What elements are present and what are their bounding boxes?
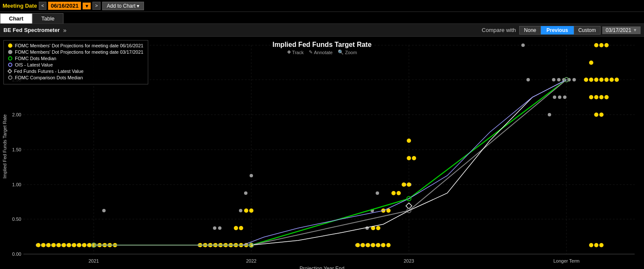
svg-point-109: [366, 243, 370, 247]
svg-text:1.00: 1.00: [12, 182, 21, 187]
svg-point-108: [361, 243, 365, 247]
spectrometer-label: BE Fed Spectrometer: [3, 27, 60, 33]
tab-chart[interactable]: Chart: [0, 13, 32, 23]
svg-point-72: [548, 113, 551, 116]
svg-text:1.50: 1.50: [12, 147, 21, 152]
legend-circle-comp-median: [8, 75, 12, 80]
svg-point-124: [407, 139, 411, 143]
svg-point-82: [67, 243, 71, 247]
svg-point-121: [407, 182, 411, 187]
track-tool[interactable]: ✚ Track: [287, 49, 304, 55]
svg-point-122: [407, 156, 411, 160]
date-dropdown-button[interactable]: ▼: [83, 3, 91, 9]
chart-title-area: Implied Fed Funds Target Rate ✚ Track ✎ …: [273, 41, 372, 55]
legend-diamond-futures: [7, 69, 12, 73]
svg-point-142: [589, 243, 593, 247]
zoom-tool[interactable]: 🔍 Zoom: [338, 49, 357, 55]
legend-label-fomc-prev: FOMC Members' Dot Projections for meetin…: [15, 49, 144, 55]
svg-point-134: [610, 78, 614, 82]
svg-point-59: [365, 226, 369, 230]
svg-point-140: [594, 113, 598, 117]
svg-point-71: [572, 78, 576, 81]
svg-point-78: [46, 243, 51, 247]
svg-point-125: [594, 43, 598, 47]
svg-point-120: [402, 182, 406, 187]
legend-item-futures: Fed Funds Futures - Latest Value: [8, 69, 144, 74]
svg-point-61: [376, 191, 379, 195]
svg-point-127: [604, 43, 609, 47]
svg-point-105: [244, 208, 248, 213]
svg-point-133: [604, 78, 609, 82]
svg-point-128: [589, 61, 593, 65]
tab-table[interactable]: Table: [32, 13, 63, 23]
svg-point-126: [599, 43, 604, 47]
svg-point-137: [599, 95, 604, 99]
svg-point-68: [557, 78, 561, 81]
svg-text:2021: 2021: [89, 258, 99, 263]
svg-point-50: [239, 209, 242, 212]
svg-point-129: [584, 78, 588, 82]
svg-text:0.00: 0.00: [12, 252, 21, 257]
svg-text:Longer Term: Longer Term: [553, 258, 580, 263]
legend-item-fomc-prev: FOMC Members' Dot Projections for meetin…: [8, 49, 144, 55]
svg-point-79: [52, 243, 56, 247]
chart-legend: FOMC Members' Dot Projections for meetin…: [3, 40, 148, 84]
svg-text:2.00: 2.00: [12, 112, 21, 117]
compare-date-dropdown-icon[interactable]: ▼: [633, 28, 637, 32]
compare-date-display: 03/17/2021 ▼: [602, 26, 641, 34]
legend-circle-ois: [8, 63, 12, 67]
chart-title: Implied Fed Funds Target Rate: [273, 41, 372, 49]
annotate-tool[interactable]: ✎ Annotate: [309, 49, 333, 55]
expand-icon[interactable]: »: [63, 27, 66, 34]
legend-label-median: FOMC Dots Median: [15, 56, 56, 61]
svg-point-115: [376, 226, 380, 230]
svg-point-83: [72, 243, 76, 247]
svg-point-110: [371, 243, 375, 247]
svg-point-132: [599, 78, 604, 82]
svg-point-104: [239, 226, 243, 230]
svg-point-73: [553, 95, 556, 99]
svg-point-118: [391, 191, 396, 195]
svg-point-107: [356, 243, 360, 247]
svg-point-74: [558, 95, 561, 99]
compare-bar: BE Fed Spectrometer » Compare with None …: [0, 24, 644, 37]
svg-point-85: [82, 243, 86, 247]
svg-point-65: [521, 43, 525, 47]
svg-point-75: [563, 95, 566, 99]
compare-date-value: 03/17/2021: [606, 27, 631, 33]
svg-point-39: [102, 209, 106, 212]
svg-point-51: [244, 191, 247, 195]
svg-point-103: [234, 226, 238, 230]
compare-none-button[interactable]: None: [519, 26, 541, 35]
svg-text:Projection Year End: Projection Year End: [299, 266, 344, 269]
svg-point-112: [381, 243, 385, 247]
svg-point-141: [599, 113, 604, 117]
svg-point-81: [62, 243, 66, 247]
legend-circle-median: [8, 56, 12, 61]
svg-point-136: [594, 95, 598, 99]
svg-text:0.50: 0.50: [12, 217, 21, 222]
svg-point-123: [412, 156, 416, 160]
svg-point-143: [594, 243, 598, 247]
chart-container: Implied Fed Funds Target Rate FOMC Membe…: [0, 37, 644, 269]
legend-item-comp-median: FOMC Comparison Dots Median: [8, 75, 144, 80]
legend-label-futures: Fed Funds Futures - Latest Value: [14, 69, 83, 74]
top-bar: Meeting Date < 06/16/2021 ▼ > Add to Cha…: [0, 0, 644, 12]
compare-custom-button[interactable]: Custom: [574, 26, 601, 35]
svg-point-135: [615, 78, 619, 82]
legend-item-fomc-current: FOMC Members' Dot Projections for meetin…: [8, 43, 144, 48]
svg-point-119: [397, 191, 401, 195]
current-date-display: 06/16/2021: [48, 2, 81, 10]
next-date-button[interactable]: >: [92, 2, 100, 10]
compare-previous-button[interactable]: Previous: [541, 26, 574, 35]
compare-with-label: Compare with: [482, 27, 516, 33]
legend-label-ois: OIS - Latest Value: [15, 62, 53, 67]
svg-point-138: [604, 95, 609, 99]
svg-point-77: [41, 243, 46, 247]
svg-point-80: [57, 243, 61, 247]
add-to-chart-button[interactable]: Add to Chart ▾: [102, 2, 144, 10]
prev-date-button[interactable]: <: [39, 2, 46, 10]
legend-dot-fomc-prev: [8, 50, 12, 54]
svg-point-111: [376, 243, 380, 247]
chart-toolbar: ✚ Track ✎ Annotate 🔍 Zoom: [273, 49, 372, 55]
